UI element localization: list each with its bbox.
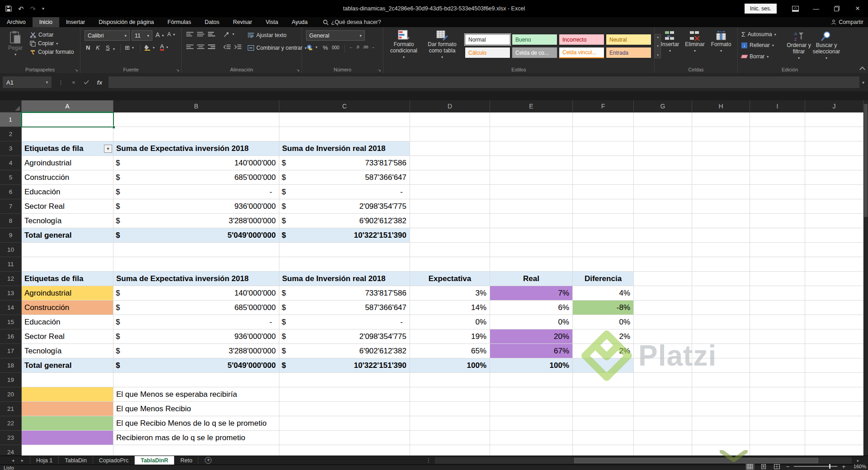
cell-B21[interactable]: El que Menos Recibio: [113, 402, 279, 416]
cell-E11[interactable]: [490, 257, 573, 272]
font-dialog-launcher-icon[interactable]: ↘: [176, 68, 179, 72]
format-cells-button[interactable]: Formato ▾: [709, 31, 733, 53]
cell-B9[interactable]: $5'049'000'000: [113, 228, 279, 243]
cell-I16[interactable]: [750, 329, 805, 344]
row-header-2[interactable]: 2: [0, 127, 22, 141]
new-sheet-button[interactable]: +: [205, 456, 212, 465]
zoom-slider[interactable]: [794, 466, 837, 467]
cell-E17[interactable]: 67%: [490, 344, 573, 358]
cell-J20[interactable]: [805, 387, 863, 402]
cell-D23[interactable]: [410, 431, 490, 445]
cell-D21[interactable]: [410, 402, 490, 416]
cell-A18[interactable]: Total general: [22, 358, 113, 373]
find-dropdown-icon[interactable]: ▾: [826, 56, 827, 60]
cell-B5[interactable]: $685'000'000: [113, 170, 279, 185]
paste-button[interactable]: Pegar ▾: [5, 31, 26, 56]
cell-F22[interactable]: [573, 416, 634, 431]
cell-D1[interactable]: [410, 113, 490, 127]
cell-G10[interactable]: [634, 243, 692, 257]
cell-F17[interactable]: 2%: [573, 344, 634, 358]
cell-J16[interactable]: [805, 329, 863, 344]
cell-F12[interactable]: Diferencia: [573, 272, 634, 286]
cell-J5[interactable]: [805, 170, 863, 185]
cell-A11[interactable]: [22, 257, 113, 272]
row-header-22[interactable]: 22: [0, 416, 22, 431]
cell-I1[interactable]: [750, 113, 805, 127]
cell-H2[interactable]: [692, 127, 750, 141]
cell-E1[interactable]: [490, 113, 573, 127]
align-left-icon[interactable]: [186, 44, 193, 50]
confirm-entry-icon[interactable]: [84, 80, 89, 85]
cell-H8[interactable]: [692, 214, 750, 228]
cell-C21[interactable]: [279, 402, 410, 416]
cell-I23[interactable]: [750, 431, 805, 445]
ribbon-tab-vista[interactable]: Vista: [259, 17, 285, 27]
cell-G13[interactable]: [634, 286, 692, 301]
row-header-9[interactable]: 9: [0, 228, 22, 243]
underline-dropdown-icon[interactable]: ▾: [113, 47, 115, 51]
cell-D2[interactable]: [410, 127, 490, 141]
cell-D3[interactable]: [410, 141, 490, 156]
cell-D22[interactable]: [410, 416, 490, 431]
zoom-slider-thumb[interactable]: [829, 464, 830, 469]
cell-H7[interactable]: [692, 199, 750, 214]
column-header-B[interactable]: B: [113, 100, 279, 113]
decrease-font-icon[interactable]: A▾: [167, 31, 175, 38]
cell-J11[interactable]: [805, 257, 863, 272]
cell-H18[interactable]: [692, 358, 750, 373]
cancel-entry-icon[interactable]: ×: [72, 79, 75, 86]
ribbon-tab-datos[interactable]: Datos: [198, 17, 226, 27]
number-dialog-launcher-icon[interactable]: ↘: [377, 68, 381, 72]
decrease-indent-icon[interactable]: [223, 44, 231, 50]
ribbon-tab-insertar[interactable]: Insertar: [59, 17, 92, 27]
format-as-table-button[interactable]: Dar formato como tabla ▾: [423, 30, 461, 59]
cell-A10[interactable]: [22, 243, 113, 257]
cell-E9[interactable]: [490, 228, 573, 243]
cell-J21[interactable]: [805, 402, 863, 416]
insert-function-icon[interactable]: fx: [97, 79, 103, 86]
cell-H20[interactable]: [692, 387, 750, 402]
cell-D16[interactable]: 19%: [410, 329, 490, 344]
cell-F23[interactable]: [573, 431, 634, 445]
cell-A15[interactable]: Educación: [22, 315, 113, 329]
cell-J15[interactable]: [805, 315, 863, 329]
cell-H11[interactable]: [692, 257, 750, 272]
cell-G15[interactable]: [634, 315, 692, 329]
cell-E21[interactable]: [490, 402, 573, 416]
cell-I4[interactable]: [750, 156, 805, 170]
row-header-7[interactable]: 7: [0, 199, 22, 214]
cell-F20[interactable]: [573, 387, 634, 402]
row-header-3[interactable]: 3: [0, 141, 22, 156]
cell-F24[interactable]: [573, 445, 634, 456]
cell-I6[interactable]: [750, 185, 805, 199]
cell-F13[interactable]: 4%: [573, 286, 634, 301]
cell-G12[interactable]: [634, 272, 692, 286]
vertical-scrollbar-thumb[interactable]: [864, 104, 868, 217]
delete-cells-button[interactable]: Eliminar ▾: [683, 31, 707, 53]
cell-I3[interactable]: [750, 141, 805, 156]
page-break-view-icon[interactable]: [773, 463, 782, 470]
cell-B4[interactable]: $140'000'000: [113, 156, 279, 170]
fill-button[interactable]: ↓ Rellenar ▾: [741, 42, 774, 48]
cell-I9[interactable]: [750, 228, 805, 243]
cell-A19[interactable]: [22, 373, 113, 387]
cell-E13[interactable]: 7%: [490, 286, 573, 301]
cell-D8[interactable]: [410, 214, 490, 228]
cell-G5[interactable]: [634, 170, 692, 185]
cell-F15[interactable]: 0%: [573, 315, 634, 329]
cell-D10[interactable]: [410, 243, 490, 257]
cell-G20[interactable]: [634, 387, 692, 402]
cell-E5[interactable]: [490, 170, 573, 185]
name-box[interactable]: A1 ▾: [3, 76, 52, 88]
cell-G9[interactable]: [634, 228, 692, 243]
clear-button[interactable]: Borrar ▾: [741, 53, 769, 60]
cell-C2[interactable]: [279, 127, 410, 141]
row-header-12[interactable]: 12: [0, 272, 22, 286]
cell-J9[interactable]: [805, 228, 863, 243]
cell-D5[interactable]: [410, 170, 490, 185]
cell-E24[interactable]: [490, 445, 573, 456]
cell-D4[interactable]: [410, 156, 490, 170]
legend-color-purple[interactable]: [22, 431, 113, 445]
cell-C16[interactable]: $2'098'354'775: [279, 329, 410, 344]
sign-in-button[interactable]: Inic. ses.: [745, 4, 777, 14]
